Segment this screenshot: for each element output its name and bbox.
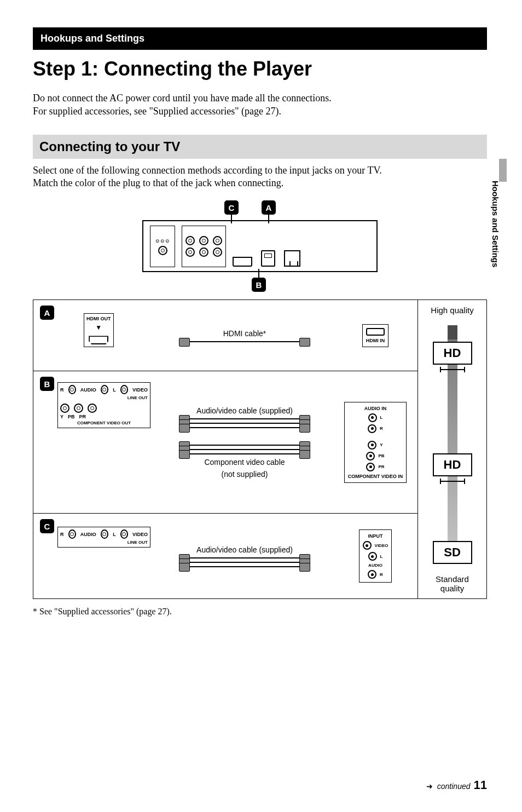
jack-icon [68, 529, 76, 539]
page-number: 11 [474, 778, 487, 792]
label-pr: PR [79, 414, 86, 419]
label-r: R [60, 387, 64, 393]
row-badge-a: A [40, 306, 54, 320]
sub-intro-line-1: Select one of the following connection m… [33, 165, 382, 176]
jack-icon [368, 552, 377, 561]
continued-label: continued [437, 782, 471, 791]
callout-b: B [252, 278, 266, 292]
section-header-bar: Hookups and Settings [33, 27, 487, 50]
jack-icon [368, 441, 376, 450]
jack-icon [368, 570, 376, 579]
port-ring-icon [213, 236, 222, 245]
label-audio: AUDIO [80, 387, 96, 393]
label-component-out: COMPONENT VIDEO OUT [60, 421, 148, 425]
jack-icon [120, 529, 128, 539]
method-row-b: B R AUDIO L VIDEO LINE OUT [33, 371, 417, 514]
standard-label-2: quality [440, 584, 464, 593]
input-label: INPUT [368, 533, 383, 539]
av-cable-label: Audio/video cable (supplied) [196, 406, 293, 415]
jack-icon [363, 541, 372, 550]
label-line-out: LINE OUT [60, 540, 148, 545]
tick-mark [440, 481, 465, 482]
sd-badge: SD [433, 541, 472, 564]
continued-arrow-icon [426, 782, 434, 791]
label-l: L [113, 387, 116, 393]
port-ring-icon [185, 236, 195, 245]
standard-label-1: Standard [436, 574, 469, 584]
label-line-out: LINE OUT [60, 395, 148, 400]
label-audio: AUDIO [80, 532, 96, 537]
down-arrow-icon: ▼ [95, 324, 102, 331]
hdmi-in-label: HDMI IN [366, 338, 385, 343]
label-r: R [60, 532, 64, 537]
dst-input-panel: INPUT VIDEO L AUDIO R [359, 529, 392, 583]
callout-b-line [258, 269, 259, 278]
port-ring-icon [199, 236, 208, 245]
footnote: * See "Supplied accessories" (page 27). [33, 607, 487, 617]
port-ring-icon [213, 247, 222, 257]
jack-icon [60, 404, 69, 413]
jack-icon [120, 385, 128, 394]
side-tab: Hookups and Settings [485, 159, 497, 274]
hd-badge: HD [433, 453, 472, 476]
label-l: L [380, 554, 383, 559]
label-video: VIDEO [132, 532, 148, 537]
method-row-c: C R AUDIO L VIDEO LINE OUT Audio/video c… [33, 514, 417, 598]
src-hdmi-out-panel: HDMI OUT ▼ [84, 313, 114, 347]
usb-slot-icon [261, 250, 275, 267]
standard-quality-label: Standard quality [418, 574, 486, 593]
hdmi-cable-label: HDMI cable* [223, 329, 266, 338]
jack-icon [68, 385, 76, 394]
row-badge-c: C [40, 519, 54, 533]
jack-icon [366, 463, 375, 471]
audio-in-label: AUDIO IN [364, 406, 387, 411]
hdmi-in-slot-icon [366, 328, 385, 336]
intro-line-1: Do not connect the AC power cord until y… [33, 93, 332, 103]
label-pb: PB [68, 414, 75, 419]
hd-badge: HD [433, 342, 472, 365]
src-av-component-panel: R AUDIO L VIDEO LINE OUT [57, 382, 150, 428]
component-cable-bundle-icon [190, 445, 299, 454]
label-y: Y [60, 414, 63, 419]
av-cable-label: Audio/video cable (supplied) [196, 545, 293, 554]
label-r: R [380, 426, 383, 431]
hdmi-out-label: HDMI OUT [86, 316, 111, 321]
label-video: VIDEO [375, 543, 388, 548]
av-cable-bundle-icon [190, 418, 299, 428]
sub-intro-paragraph: Select one of the following connection m… [33, 164, 487, 190]
panel-av [182, 226, 226, 267]
side-tab-stub [499, 159, 507, 182]
jack-icon [101, 385, 108, 394]
av-cable-bundle-icon [190, 557, 299, 567]
dst-hdmi-in-panel: HDMI IN [362, 324, 389, 347]
label-l: L [380, 415, 383, 420]
hdmi-cable-icon [190, 341, 299, 342]
jack-icon [366, 452, 375, 460]
connection-methods-table: A HDMI OUT ▼ HDMI cable* HDMI IN [33, 300, 487, 599]
high-quality-label: High quality [418, 306, 486, 315]
indicator-dots: ⊖⊖⊖ [155, 238, 170, 244]
sub-heading-bar: Connecting to your TV [33, 135, 487, 159]
main-heading: Step 1: Connecting the Player [33, 57, 487, 80]
jack-icon [88, 404, 97, 413]
method-row-a: A HDMI OUT ▼ HDMI cable* HDMI IN [33, 300, 417, 371]
sub-intro-line-2: Match the color of the plug to that of t… [33, 177, 283, 188]
label-y: Y [380, 442, 382, 447]
callout-a: A [262, 200, 276, 215]
quality-column: High quality HD HD SD Standard quality [417, 300, 486, 598]
label-pb: PB [378, 453, 384, 458]
jack-icon [368, 424, 376, 433]
intro-paragraph: Do not connect the AC power cord until y… [33, 91, 487, 118]
component-cable-label-1: Component video cable [204, 458, 285, 467]
row-badge-b: B [40, 377, 54, 391]
jack-icon [101, 529, 108, 539]
port-ring-icon [185, 247, 195, 257]
jack-icon [74, 404, 83, 413]
label-l: L [113, 532, 116, 537]
intro-line-2: For supplied accessories, see "Supplied … [33, 106, 281, 117]
label-r: R [380, 572, 383, 577]
dst-audio-in-panel: AUDIO IN L R Y PB PR COMPONENT VIDEO IN [344, 402, 407, 483]
component-in-label: COMPONENT VIDEO IN [348, 474, 403, 479]
hdmi-slot-icon [233, 257, 252, 267]
label-video: VIDEO [132, 387, 148, 393]
